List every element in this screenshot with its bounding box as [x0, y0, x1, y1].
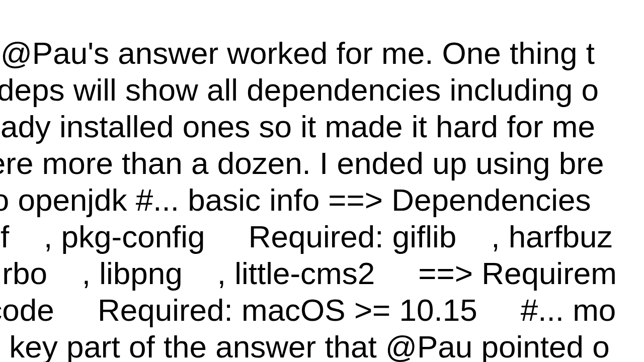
text-line: ne key part of the answer that @Pau poin… [0, 329, 610, 362]
text-line: -turbo , libpng , little-cms2 ==> Requir… [0, 256, 617, 291]
text-line: Xcode Required: macOS >= 10.15 #... mo [0, 293, 616, 327]
text-line: onf , pkg-config Required: giflib , harf… [0, 219, 612, 254]
text-line: were more than a dozen. I ended up using… [0, 146, 604, 180]
document-text: 3: @Pau's answer worked for me. One thin… [0, 0, 617, 362]
text-line: lready installed ones so it made it hard… [0, 109, 604, 144]
text-line: 3: @Pau's answer worked for me. One thin… [0, 36, 595, 70]
text-line: w deps will show all dependencies includ… [0, 72, 599, 107]
text-line: nfo openjdk #... basic info ==> Dependen… [0, 183, 600, 217]
